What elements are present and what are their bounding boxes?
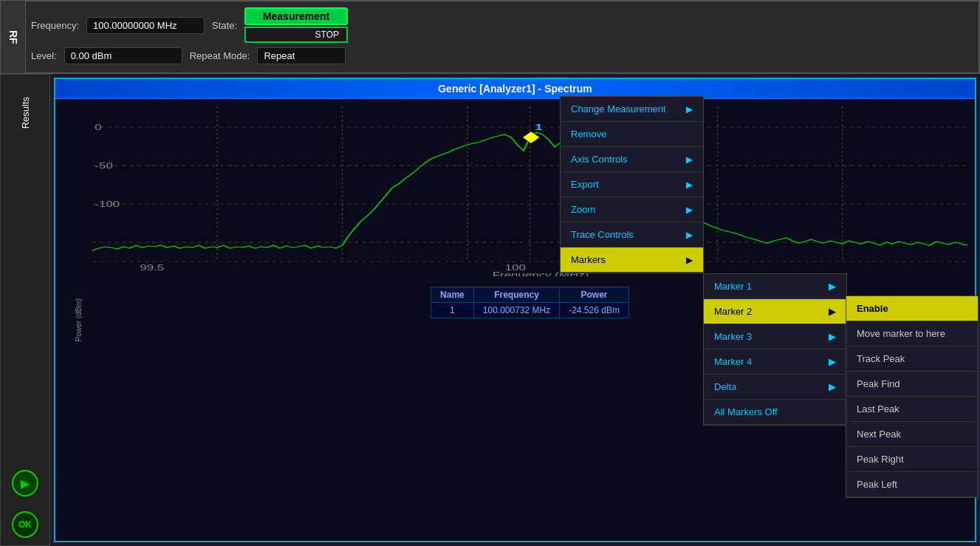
row-frequency: 100.000732 MHz: [473, 303, 559, 318]
stop-label: STOP: [244, 27, 348, 43]
measurement-container: Measurement STOP: [244, 7, 348, 43]
y-axis-label: Power (dBm): [75, 298, 83, 341]
col-frequency: Frequency: [473, 287, 559, 303]
menu-delta[interactable]: Delta ▶: [704, 375, 846, 400]
spectrum-chart: 0 -50 -100 99.5 100 Frequency (MHz) 1: [92, 106, 967, 276]
measurement-button[interactable]: Measurement: [244, 7, 348, 25]
repeat-mode-value[interactable]: Repeat: [257, 47, 346, 64]
menu-zoom[interactable]: Zoom ▶: [561, 197, 703, 222]
state-label: State:: [212, 20, 237, 31]
menu-all-markers-off[interactable]: All Markers Off: [704, 400, 846, 425]
svg-text:99.5: 99.5: [140, 264, 164, 273]
arrow-icon: ▶: [829, 331, 836, 342]
data-table: Name Frequency Power 1 100.000732 MHz -2…: [431, 287, 629, 318]
svg-text:1: 1: [535, 123, 543, 132]
arrow-icon: ▶: [686, 104, 693, 115]
rf-label: RF: [0, 0, 26, 74]
arrow-icon: ▶: [829, 356, 836, 367]
play-icon: ▶: [21, 477, 30, 491]
play-button[interactable]: ▶: [12, 470, 38, 496]
level-value[interactable]: 0.00 dBm: [64, 47, 182, 64]
menu-peak-right[interactable]: Peak Right: [846, 447, 978, 472]
menu-trace-controls[interactable]: Trace Controls ▶: [561, 222, 703, 248]
svg-text:-100: -100: [95, 200, 120, 209]
arrow-icon: ▶: [686, 205, 693, 215]
menu-change-measurement[interactable]: Change Measurement ▶: [561, 97, 703, 122]
ok-button[interactable]: OK: [12, 511, 38, 538]
menu-peak-find[interactable]: Peak Find: [846, 372, 978, 397]
menu-enable[interactable]: Enable: [846, 296, 978, 321]
frequency-value[interactable]: 100.00000000 MHz: [86, 17, 205, 34]
table-row: 1 100.000732 MHz -24.526 dBm: [431, 303, 629, 318]
menu-last-peak[interactable]: Last Peak: [846, 397, 978, 422]
arrow-icon: ▶: [686, 255, 693, 265]
menu-next-peak[interactable]: Next Peak: [846, 422, 978, 447]
results-label: Results: [20, 97, 31, 129]
context-menu-3: Enable Move marker to here Track Peak Pe…: [846, 296, 979, 498]
context-menu-2: Marker 1 ▶ Marker 2 ▶ Marker 3 ▶ Marker …: [703, 273, 847, 426]
menu-export[interactable]: Export ▶: [561, 172, 703, 197]
svg-marker-18: [524, 132, 538, 143]
col-name: Name: [431, 287, 474, 303]
left-sidebar: Results ▶ OK: [0, 74, 50, 546]
menu-track-peak[interactable]: Track Peak: [846, 347, 978, 372]
col-power: Power: [560, 287, 629, 303]
arrow-icon: ▶: [686, 154, 693, 165]
menu-marker-1[interactable]: Marker 1 ▶: [704, 274, 846, 299]
svg-text:0: 0: [95, 123, 102, 132]
menu-remove[interactable]: Remove: [561, 122, 703, 147]
repeat-mode-label: Repeat Mode:: [190, 50, 250, 61]
chart-title: Generic [Analyzer1] - Spectrum: [55, 79, 975, 99]
frequency-label: Frequency:: [31, 20, 79, 31]
menu-markers[interactable]: Markers ▶: [561, 248, 703, 273]
menu-marker-3[interactable]: Marker 3 ▶: [704, 324, 846, 349]
menu-marker-4[interactable]: Marker 4 ▶: [704, 349, 846, 375]
level-label: Level:: [31, 50, 57, 61]
row-power: -24.526 dBm: [560, 303, 629, 318]
arrow-icon: ▶: [829, 381, 836, 392]
menu-axis-controls[interactable]: Axis Controls ▶: [561, 147, 703, 172]
arrow-icon: ▶: [829, 306, 836, 317]
arrow-icon: ▶: [686, 180, 693, 190]
menu-peak-left[interactable]: Peak Left: [846, 472, 978, 497]
arrow-icon: ▶: [829, 281, 836, 292]
row-name: 1: [431, 303, 474, 318]
svg-text:-50: -50: [95, 162, 113, 171]
menu-move-marker-to-here[interactable]: Move marker to here: [846, 321, 978, 347]
menu-marker-2[interactable]: Marker 2 ▶: [704, 299, 846, 324]
arrow-icon: ▶: [686, 230, 693, 240]
context-menu-1: Change Measurement ▶ Remove Axis Control…: [560, 96, 704, 273]
